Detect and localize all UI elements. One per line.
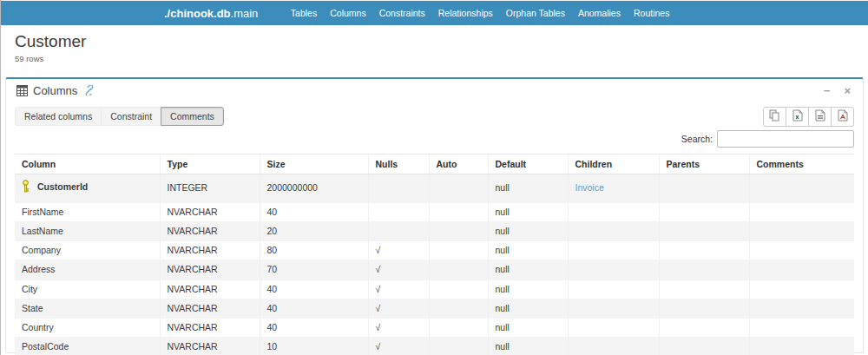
cell-size: 80 <box>260 241 368 260</box>
header-column[interactable]: Column <box>15 154 160 174</box>
page-header: Customer 59 rows <box>1 25 868 63</box>
cell-comments <box>749 241 854 260</box>
cell-parents <box>659 174 749 202</box>
header-auto[interactable]: Auto <box>429 154 488 174</box>
tab-comments[interactable]: Comments <box>161 107 224 127</box>
cell-type: NVARCHAR <box>160 202 260 221</box>
cell-nulls: √ <box>368 338 429 355</box>
csv-export-button[interactable] <box>808 107 832 127</box>
pdf-export-button[interactable] <box>831 107 854 127</box>
brand[interactable]: ./chinook.db.main <box>164 7 258 20</box>
cell-nulls <box>368 202 429 221</box>
child-table-link[interactable]: Invoice <box>575 182 604 193</box>
tab-related-columns[interactable]: Related columns <box>15 107 102 127</box>
nav-item-routines[interactable]: Routines <box>627 8 675 18</box>
table-row: Company NVARCHAR 80 √ null <box>15 241 854 260</box>
header-nulls[interactable]: Nulls <box>368 154 429 174</box>
table-controls: Search: <box>681 107 854 148</box>
brand-db-name: ./chinook.db <box>164 7 231 20</box>
cell-size: 40 <box>260 202 368 221</box>
header-children[interactable]: Children <box>568 154 659 174</box>
cell-default: null <box>488 174 568 202</box>
cell-parents <box>659 318 749 337</box>
cell-nulls <box>368 174 429 202</box>
cell-comments <box>749 338 854 355</box>
export-buttons <box>763 107 854 127</box>
header-size[interactable]: Size <box>260 154 368 174</box>
search-area: Search: <box>681 130 854 148</box>
anchor-link-icon[interactable] <box>84 85 95 95</box>
header-comments[interactable]: Comments <box>749 154 854 174</box>
column-name: PostalCode <box>15 338 160 355</box>
columns-table: Column Type Size Nulls Auto Default Chil… <box>15 154 854 355</box>
brand-schema-name: .main <box>231 7 259 20</box>
table-row: City NVARCHAR 40 √ null <box>15 279 854 299</box>
cell-default: null <box>488 338 568 355</box>
table-row: CustomerId INTEGER 2000000000 null Invoi… <box>15 174 854 202</box>
tab-constraint[interactable]: Constraint <box>101 107 161 127</box>
cell-column: CustomerId <box>15 174 160 202</box>
cell-size: 20 <box>260 221 368 240</box>
table-row: Country NVARCHAR 40 √ null <box>15 318 854 337</box>
table-header-row: Column Type Size Nulls Auto Default Chil… <box>15 154 854 174</box>
cell-children <box>568 279 659 299</box>
close-icon[interactable]: × <box>842 85 852 96</box>
cell-auto <box>429 260 488 279</box>
header-default[interactable]: Default <box>488 154 568 174</box>
excel-export-icon <box>792 109 803 124</box>
header-type[interactable]: Type <box>160 154 260 174</box>
cell-size: 40 <box>260 318 368 337</box>
cell-comments <box>749 202 854 221</box>
header-parents[interactable]: Parents <box>659 154 749 174</box>
nav-item-orphan-tables[interactable]: Orphan Tables <box>499 8 571 18</box>
cell-nulls: √ <box>368 318 429 337</box>
cell-auto <box>429 202 488 221</box>
cell-type: NVARCHAR <box>160 299 260 318</box>
cell-type: INTEGER <box>160 174 260 202</box>
cell-comments <box>749 260 854 279</box>
column-name: City <box>15 279 160 299</box>
top-navbar: ./chinook.db.main Tables Columns Constra… <box>1 0 868 25</box>
nav-item-columns[interactable]: Columns <box>324 8 372 18</box>
table-row: FirstName NVARCHAR 40 null <box>15 202 854 221</box>
column-name: FirstName <box>15 202 160 221</box>
copy-button[interactable] <box>763 107 786 127</box>
nav-item-relationships[interactable]: Relationships <box>431 8 499 18</box>
cell-size: 40 <box>260 279 368 299</box>
table-row: State NVARCHAR 40 √ null <box>15 299 854 318</box>
nav-item-anomalies[interactable]: Anomalies <box>571 8 627 18</box>
nav-item-constraints[interactable]: Constraints <box>372 8 431 18</box>
cell-default: null <box>488 260 568 279</box>
cell-comments <box>749 318 854 337</box>
view-tabs: Related columns Constraint Comments <box>15 107 224 127</box>
cell-auto <box>429 299 488 318</box>
table-row: PostalCode NVARCHAR 10 √ null <box>15 338 854 355</box>
cell-default: null <box>488 299 568 318</box>
panel-window-controls: − × <box>822 85 852 96</box>
cell-type: NVARCHAR <box>160 221 260 240</box>
cell-children <box>568 260 659 279</box>
cell-parents <box>659 338 749 355</box>
pdf-export-icon <box>838 109 848 124</box>
cell-default: null <box>488 318 568 337</box>
cell-auto <box>429 241 488 260</box>
cell-children: Invoice <box>568 174 659 202</box>
page-title: Customer <box>15 32 854 51</box>
cell-auto <box>429 338 488 355</box>
excel-export-button[interactable] <box>786 107 809 127</box>
panel-title: Columns <box>33 84 77 97</box>
cell-children <box>568 338 659 355</box>
cell-nulls <box>368 221 429 240</box>
row-count: 59 rows <box>15 54 854 63</box>
column-name: State <box>15 299 160 318</box>
cell-children <box>568 202 659 221</box>
cell-children <box>568 221 659 240</box>
cell-size: 10 <box>260 338 368 355</box>
cell-type: NVARCHAR <box>160 318 260 337</box>
cell-parents <box>659 260 749 279</box>
minimize-icon[interactable]: − <box>822 85 832 96</box>
column-name: Company <box>15 241 160 260</box>
search-input[interactable] <box>717 130 854 148</box>
columns-panel: Columns − × Related columns Constraint C… <box>5 77 864 353</box>
nav-item-tables[interactable]: Tables <box>284 8 323 18</box>
